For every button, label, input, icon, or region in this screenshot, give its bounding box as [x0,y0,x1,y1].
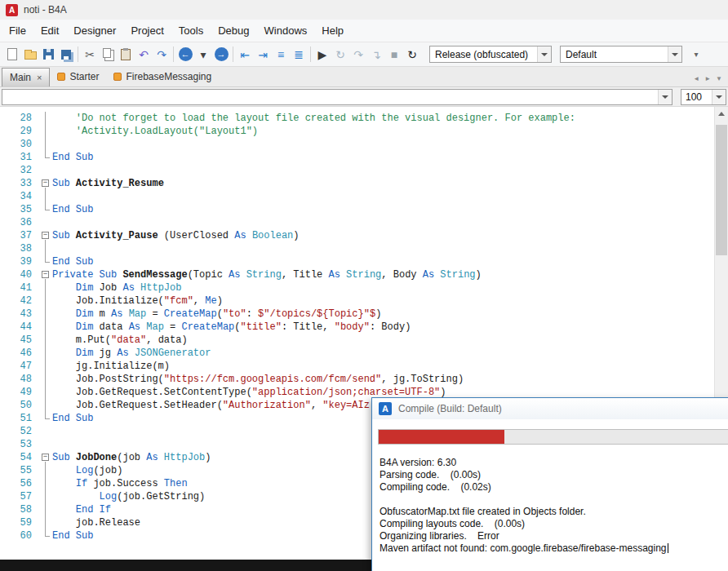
tab-close-icon[interactable]: × [37,73,42,82]
code-line-37[interactable]: 37−Sub Activity_Pause (UserClosed As Boo… [0,229,714,242]
build-configuration-select[interactable]: Release (obfuscated) [429,46,552,63]
title-bar[interactable]: A noti - B4A [0,0,728,20]
fold-minus-icon[interactable]: − [42,179,49,187]
undo-button[interactable]: ↶ [135,45,153,64]
code-line-44[interactable]: 44 Dim data As Map = CreateMap("title": … [0,321,714,334]
run-button[interactable]: ▶ [313,45,331,64]
rebuild-button[interactable]: ↻ [403,45,421,64]
code-line-30[interactable]: 30 [0,138,714,151]
tab-list-icon[interactable]: ▼ [716,75,722,82]
step-over-button[interactable]: ↷ [349,45,367,64]
code-line-41[interactable]: 41 Dim Job As HttpJob [0,281,714,294]
run-configuration-select[interactable]: Default [560,46,682,63]
code-line-31[interactable]: 31End Sub [0,151,714,164]
copy-button[interactable] [99,45,117,64]
scrollbar-thumb[interactable] [716,125,727,255]
fold-minus-icon[interactable]: − [42,271,49,278]
menu-file[interactable]: File [2,20,33,41]
menu-help[interactable]: Help [314,20,351,41]
code-line-35[interactable]: 35End Sub [0,203,714,216]
stop-button[interactable]: ■ [385,45,403,64]
new-file-button[interactable] [3,45,21,64]
paste-button[interactable] [117,45,135,64]
code-text [52,164,714,177]
save-all-button[interactable] [57,45,75,64]
line-number: 36 [0,216,39,229]
step-into-button[interactable]: ↴ [367,45,385,64]
uncomment-button[interactable]: ≣ [290,45,308,64]
code-line-36[interactable]: 36 [0,216,714,229]
zoom-level-select[interactable]: 100 [681,89,726,105]
menu-project[interactable]: Project [123,20,171,41]
menu-designer[interactable]: Designer [66,20,123,41]
line-number: 40 [0,268,39,281]
code-text: Sub Activity_Resume [52,177,714,190]
code-text: End Sub [52,151,714,164]
menu-debug[interactable]: Debug [211,20,256,41]
line-number: 50 [0,399,39,412]
chevron-down-icon[interactable] [537,46,551,62]
menu-tools[interactable]: Tools [171,20,211,41]
fold-minus-icon[interactable]: − [42,454,49,461]
code-text [52,138,714,151]
chevron-down-icon[interactable] [712,90,726,104]
code-line-40[interactable]: 40−Private Sub SendMessage(Topic As Stri… [0,268,714,281]
scroll-up-icon[interactable] [715,107,728,121]
tab-scroll-left-icon[interactable]: ◄ [693,75,699,82]
code-line-46[interactable]: 46 Dim jg As JSONGenerator [0,347,714,360]
code-line-29[interactable]: 29 'Activity.LoadLayout("Layout1") [0,125,714,138]
member-selector[interactable] [2,89,673,105]
code-line-43[interactable]: 43 Dim m As Map = CreateMap("to": $"/top… [0,308,714,321]
chevron-down-icon[interactable] [668,46,681,62]
code-line-38[interactable]: 38 [0,242,714,255]
code-line-32[interactable]: 32 [0,164,714,177]
fold-collapse-icon[interactable]: − [39,229,52,242]
chevron-down-icon[interactable] [658,90,672,104]
line-number: 51 [0,412,39,425]
fold-minus-icon[interactable]: − [42,232,49,239]
save-button[interactable] [39,45,57,64]
fold-collapse-icon[interactable]: − [39,268,52,281]
fold-guide [39,151,52,164]
toolbar-icons: ✂↶↷←▾→⇤⇥≡≣▶↻↷↴■↻ [3,45,421,64]
compile-log-line: Compiling code. (0.02s) [380,481,728,494]
navigate-forward-button[interactable]: → [212,45,230,64]
code-line-34[interactable]: 34 [0,190,714,203]
code-line-39[interactable]: 39End Sub [0,255,714,268]
code-text: End Sub [52,203,714,216]
code-line-47[interactable]: 47 jg.Initialize(m) [0,360,714,373]
fold-guide [39,255,52,268]
code-line-28[interactable]: 28 'Do not forget to load the layout fil… [0,112,714,125]
toolbar-overflow-icon[interactable]: ▾ [690,50,703,59]
code-line-45[interactable]: 45 m.Put("data", data) [0,334,714,347]
comment-button[interactable]: ≡ [272,45,290,64]
compile-log[interactable]: B4A version: 6.30Parsing code. (0.00s)Co… [380,457,728,555]
code-line-33[interactable]: 33−Sub Activity_Resume [0,177,714,190]
cut-button[interactable]: ✂ [81,45,99,64]
fold-collapse-icon[interactable]: − [39,177,52,190]
compile-dialog-titlebar[interactable]: A Compile (Build: Default) [372,398,728,419]
tab-firebasemessaging[interactable]: FirebaseMessaging [106,68,219,86]
navigate-history-dropdown[interactable]: ▾ [194,45,212,64]
redo-button[interactable]: ↷ [153,45,171,64]
fold-collapse-icon[interactable]: − [39,451,52,464]
code-line-48[interactable]: 48 Job.PostString("https://fcm.googleapi… [0,373,714,386]
tab-main[interactable]: Main× [2,68,50,86]
debug-resume-button[interactable]: ↻ [331,45,349,64]
fold-guide [39,399,52,412]
code-line-42[interactable]: 42 Job.Initialize("fcm", Me) [0,294,714,308]
code-text: m.Put("data", data) [52,334,714,347]
line-number: 28 [0,112,39,125]
outdent-button[interactable]: ⇤ [236,45,254,64]
indent-button[interactable]: ⇥ [254,45,272,64]
fold-guide [39,334,52,347]
navigate-back-button[interactable]: ← [176,45,194,64]
menu-bar: FileEditDesignerProjectToolsDebugWindows… [0,20,728,42]
open-project-button[interactable] [21,45,39,64]
compile-log-line [380,494,728,506]
menu-edit[interactable]: Edit [33,20,66,41]
tab-scroll-right-icon[interactable]: ► [704,75,711,82]
tab-starter[interactable]: Starter [50,68,106,86]
code-text: Dim m As Map = CreateMap("to": $"/topics… [52,308,714,321]
menu-windows[interactable]: Windows [257,20,315,41]
